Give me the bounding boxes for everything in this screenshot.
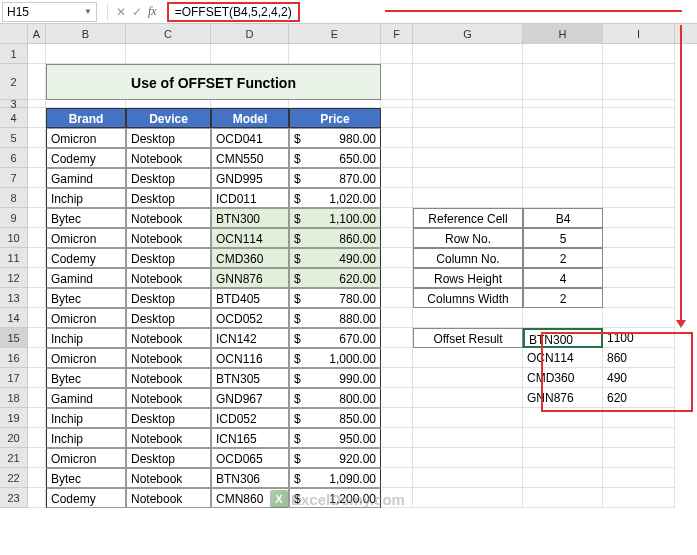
row-header-4[interactable]: 4 [0, 108, 28, 128]
price-cell[interactable]: $1,200.00 [289, 488, 381, 508]
cell[interactable] [413, 388, 523, 408]
cell[interactable] [28, 108, 46, 128]
device-cell[interactable]: Notebook [126, 268, 211, 288]
cell[interactable] [603, 100, 675, 108]
cell[interactable] [28, 428, 46, 448]
cell[interactable] [413, 168, 523, 188]
cell[interactable] [381, 468, 413, 488]
cell[interactable] [603, 428, 675, 448]
cell[interactable] [413, 348, 523, 368]
col-header-A[interactable]: A [28, 24, 46, 43]
row-header-3[interactable]: 3 [0, 100, 28, 108]
cancel-icon[interactable]: ✕ [116, 5, 126, 19]
row-header-13[interactable]: 13 [0, 288, 28, 308]
cell[interactable] [381, 488, 413, 508]
cell[interactable] [603, 408, 675, 428]
cell[interactable] [603, 168, 675, 188]
offset-result-cell[interactable]: CMD360 [523, 368, 603, 388]
cell[interactable] [603, 468, 675, 488]
model-cell[interactable]: OCD052 [211, 308, 289, 328]
cell[interactable] [289, 100, 381, 108]
offset-result-cell[interactable]: 490 [603, 368, 675, 388]
cell[interactable] [211, 44, 289, 64]
model-cell[interactable]: CMN550 [211, 148, 289, 168]
cell[interactable] [28, 248, 46, 268]
cell[interactable] [523, 408, 603, 428]
device-cell[interactable]: Desktop [126, 188, 211, 208]
cell[interactable] [381, 44, 413, 64]
cell[interactable] [413, 368, 523, 388]
cell[interactable] [381, 128, 413, 148]
device-cell[interactable]: Notebook [126, 368, 211, 388]
brand-cell[interactable]: Codemy [46, 488, 126, 508]
row-header-15[interactable]: 15 [0, 328, 28, 348]
cell[interactable] [126, 100, 211, 108]
cell[interactable] [28, 348, 46, 368]
model-cell[interactable]: OCD041 [211, 128, 289, 148]
col-header-H[interactable]: H [523, 24, 603, 43]
device-cell[interactable]: Notebook [126, 348, 211, 368]
model-cell[interactable]: BTN305 [211, 368, 289, 388]
device-cell[interactable]: Desktop [126, 128, 211, 148]
brand-cell[interactable]: Codemy [46, 148, 126, 168]
cell[interactable] [28, 488, 46, 508]
cell[interactable] [413, 468, 523, 488]
cell[interactable] [381, 328, 413, 348]
row-header-12[interactable]: 12 [0, 268, 28, 288]
device-cell[interactable]: Notebook [126, 388, 211, 408]
cell[interactable] [603, 108, 675, 128]
device-cell[interactable]: Notebook [126, 228, 211, 248]
brand-cell[interactable]: Inchip [46, 428, 126, 448]
cell[interactable] [28, 288, 46, 308]
cell[interactable] [381, 188, 413, 208]
cell[interactable] [46, 100, 126, 108]
offset-result-cell[interactable]: 620 [603, 388, 675, 408]
price-cell[interactable]: $950.00 [289, 428, 381, 448]
price-cell[interactable]: $1,090.00 [289, 468, 381, 488]
cell[interactable] [523, 428, 603, 448]
model-cell[interactable]: OCN114 [211, 228, 289, 248]
row-header-9[interactable]: 9 [0, 208, 28, 228]
brand-cell[interactable]: Bytec [46, 208, 126, 228]
row-header-10[interactable]: 10 [0, 228, 28, 248]
price-cell[interactable]: $920.00 [289, 448, 381, 468]
brand-cell[interactable]: Omicron [46, 348, 126, 368]
col-header-D[interactable]: D [211, 24, 289, 43]
model-cell[interactable]: BTN306 [211, 468, 289, 488]
cell[interactable] [413, 100, 523, 108]
device-cell[interactable]: Desktop [126, 248, 211, 268]
cell[interactable] [523, 468, 603, 488]
cell[interactable] [603, 248, 675, 268]
cell[interactable] [381, 388, 413, 408]
row-header-23[interactable]: 23 [0, 488, 28, 508]
brand-cell[interactable]: Omicron [46, 128, 126, 148]
cell[interactable] [28, 228, 46, 248]
brand-cell[interactable]: Bytec [46, 288, 126, 308]
device-cell[interactable]: Notebook [126, 428, 211, 448]
price-cell[interactable]: $870.00 [289, 168, 381, 188]
cell[interactable] [523, 488, 603, 508]
price-cell[interactable]: $1,000.00 [289, 348, 381, 368]
cell[interactable] [413, 148, 523, 168]
cell[interactable] [381, 208, 413, 228]
cell[interactable] [381, 248, 413, 268]
cell[interactable] [28, 268, 46, 288]
cell[interactable] [413, 428, 523, 448]
price-cell[interactable]: $490.00 [289, 248, 381, 268]
cell[interactable] [603, 488, 675, 508]
cell[interactable] [28, 308, 46, 328]
model-cell[interactable]: CMN860 [211, 488, 289, 508]
cell[interactable] [523, 64, 603, 100]
cell[interactable] [603, 188, 675, 208]
cell[interactable] [381, 428, 413, 448]
cell[interactable] [413, 64, 523, 100]
row-header-8[interactable]: 8 [0, 188, 28, 208]
row-header-1[interactable]: 1 [0, 44, 28, 64]
cell[interactable] [28, 100, 46, 108]
row-header-19[interactable]: 19 [0, 408, 28, 428]
offset-result-cell[interactable]: 1100 [603, 328, 675, 348]
row-header-20[interactable]: 20 [0, 428, 28, 448]
cell[interactable] [603, 44, 675, 64]
cell[interactable] [523, 108, 603, 128]
model-cell[interactable]: OCD065 [211, 448, 289, 468]
